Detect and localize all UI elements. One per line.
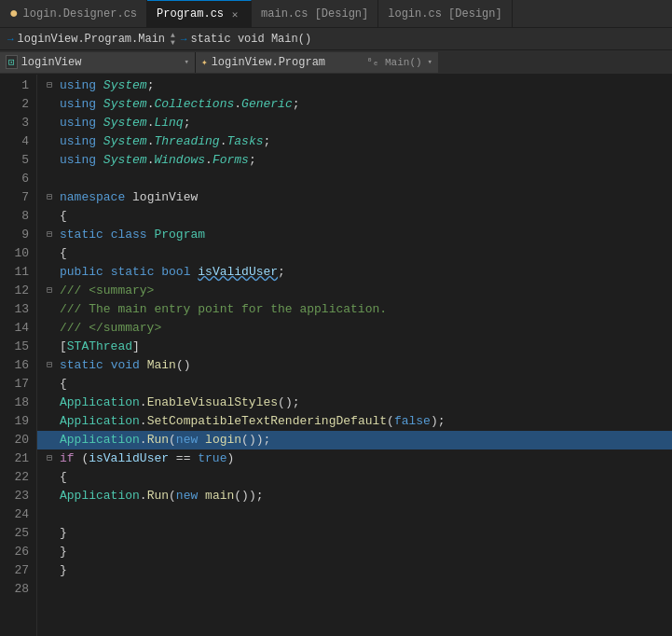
line-number: 16 — [0, 356, 29, 375]
code-tokens: Application.Run(new main()); — [58, 487, 264, 505]
line-number: 11 — [0, 263, 29, 282]
tab-program[interactable]: Program.cs✕ — [147, 0, 252, 27]
token-kw: public — [60, 265, 103, 279]
table-row: ⊟using System; — [37, 76, 672, 95]
token-type: Application — [60, 433, 140, 447]
collapse-icon[interactable]: ⊟ — [47, 449, 52, 468]
table-row: ⊟ /// <summary> — [37, 282, 672, 300]
collapse-gutter[interactable]: ⊟ — [41, 188, 58, 207]
token-plain: ; — [293, 97, 300, 111]
token-plain: ( — [75, 451, 89, 465]
table-row: using System.Linq; — [37, 114, 672, 132]
token-kw: using — [60, 97, 96, 111]
table-row: { — [37, 468, 672, 487]
token-plain: . — [140, 489, 147, 503]
token-ident: isValidUser — [89, 451, 169, 465]
token-plain — [125, 190, 132, 204]
table-row: Application.EnableVisualStyles(); — [37, 394, 672, 412]
code-tokens: static void Main() — [58, 356, 190, 375]
token-plain: { — [60, 470, 67, 484]
token-plain: loginView — [132, 190, 198, 204]
line-number: 14 — [0, 319, 29, 338]
collapse-gutter[interactable]: ⊟ — [41, 226, 58, 244]
code-tokens: using System.Linq; — [58, 114, 190, 132]
token-plain: ); — [431, 414, 446, 428]
collapse-gutter[interactable]: ⊟ — [41, 449, 58, 468]
collapse-icon[interactable]: ⊟ — [47, 76, 52, 95]
class-icon: ⊡ — [6, 55, 18, 69]
code-tokens: /// The main entry point for the applica… — [58, 300, 387, 319]
table-row — [37, 580, 672, 599]
collapse-icon[interactable]: ⊟ — [47, 188, 52, 207]
nav-path[interactable]: loginView.Program.Main — [18, 33, 165, 46]
line-number: 8 — [0, 207, 29, 226]
token-plain: { — [60, 246, 67, 260]
type-dropdown[interactable]: ⊡ loginView ▾ — [0, 52, 196, 73]
tab-label: main.cs [Design] — [261, 7, 368, 21]
token-plain: ; — [278, 265, 285, 279]
line-number: 10 — [0, 244, 29, 263]
code-tokens: /// </summary> — [58, 319, 161, 338]
tab-label: login.Designer.cs — [23, 7, 137, 21]
tab-login-design[interactable]: login.cs [Design] — [378, 0, 512, 27]
collapse-gutter[interactable]: ⊟ — [41, 282, 58, 300]
tab-main-design[interactable]: main.cs [Design] — [252, 0, 378, 27]
token-italic-type: Forms — [213, 153, 249, 167]
line-number: 7 — [0, 188, 29, 207]
token-kw: static — [60, 358, 103, 372]
collapse-gutter[interactable]: ⊟ — [41, 356, 58, 375]
token-kw: new — [176, 489, 198, 503]
line-number: 21 — [0, 449, 29, 468]
code-tokens: public static bool isValidUser; — [58, 263, 285, 282]
code-tokens: using System.Collections.Generic; — [58, 95, 300, 114]
token-plain — [140, 358, 147, 372]
member-dropdown[interactable]: ✦ loginView.Program ⁰ₑ Main() ▾ — [196, 52, 438, 73]
token-plain: ( — [169, 433, 176, 447]
token-italic-type: Threading — [154, 134, 219, 148]
token-plain — [103, 228, 111, 242]
token-type: STAThread — [67, 339, 132, 353]
nav-stepper[interactable]: ▲▼ — [171, 32, 175, 47]
collapse-icon[interactable]: ⊟ — [47, 356, 52, 375]
code-tokens: } — [58, 561, 67, 580]
token-type: Application — [60, 414, 140, 428]
line-number: 27 — [0, 561, 29, 580]
code-editor: 1234567891011121314151617181920212223242… — [0, 75, 672, 636]
token-plain — [96, 116, 103, 130]
token-plain: . — [234, 97, 241, 111]
line-number: 25 — [0, 524, 29, 543]
token-bool-val: false — [394, 414, 431, 428]
member-icon: ✦ — [201, 56, 208, 68]
line-number: 6 — [0, 170, 29, 188]
token-kw: using — [60, 153, 96, 167]
token-plain: . — [140, 433, 147, 447]
line-number: 19 — [0, 412, 29, 431]
token-plain: ( — [387, 414, 394, 428]
token-type: Application — [60, 395, 140, 409]
code-tokens: using System.Windows.Forms; — [58, 151, 256, 170]
table-row: } — [37, 561, 672, 580]
collapse-icon[interactable]: ⊟ — [47, 282, 52, 300]
line-number: 18 — [0, 394, 29, 412]
line-number: 2 — [0, 95, 29, 114]
token-plain — [198, 489, 205, 503]
code-tokens: [STAThread] — [58, 338, 140, 356]
table-row: { — [37, 244, 672, 263]
code-tokens: { — [58, 244, 67, 263]
line-number: 12 — [0, 282, 29, 300]
code-content-area[interactable]: ⊟using System;using System.Collections.G… — [37, 75, 672, 636]
line-number: 9 — [0, 226, 29, 244]
nav-arrow: → — [7, 34, 14, 45]
collapse-gutter[interactable]: ⊟ — [41, 76, 58, 95]
line-number: 20 — [0, 431, 29, 449]
token-plain — [103, 265, 111, 279]
table-row: ⊟ if (isValidUser == true) — [37, 449, 672, 468]
collapse-icon[interactable]: ⊟ — [47, 226, 52, 244]
token-plain — [96, 153, 103, 167]
token-plain: ; — [264, 134, 271, 148]
tab-login-designer[interactable]: ●login.Designer.cs — [0, 0, 147, 27]
table-row: [STAThread] — [37, 338, 672, 356]
token-type: Application — [60, 489, 140, 503]
close-icon[interactable]: ✕ — [228, 7, 241, 21]
token-italic-type: Windows — [154, 153, 205, 167]
